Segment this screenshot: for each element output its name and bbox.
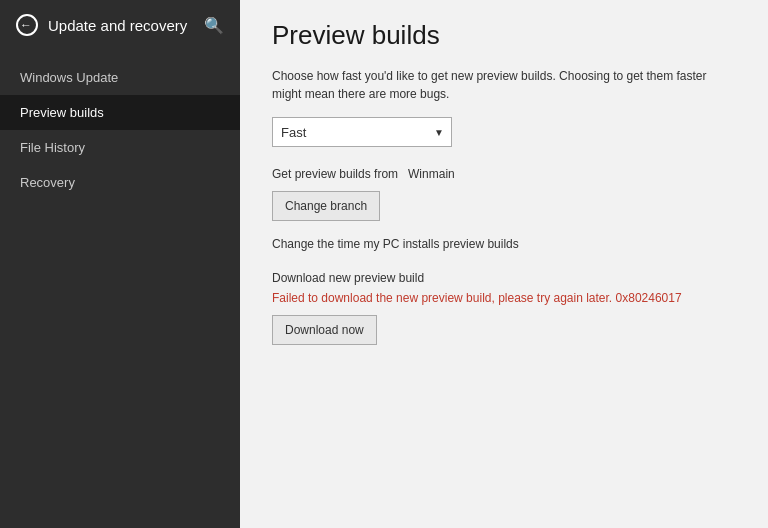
sidebar: ← Update and recovery 🔍 Windows Update P… bbox=[0, 0, 240, 528]
download-label: Download new preview build bbox=[272, 271, 736, 285]
branch-row: Get preview builds from Winmain bbox=[272, 167, 736, 181]
description-text: Choose how fast you'd like to get new pr… bbox=[272, 67, 732, 103]
sidebar-title: Update and recovery bbox=[48, 17, 187, 34]
main-content: Preview builds Choose how fast you'd lik… bbox=[240, 0, 768, 528]
branch-value: Winmain bbox=[408, 167, 455, 181]
sidebar-item-preview-builds[interactable]: Preview builds bbox=[0, 95, 240, 130]
download-section: Download new preview build Failed to dow… bbox=[272, 271, 736, 345]
sidebar-item-recovery[interactable]: Recovery bbox=[0, 165, 240, 200]
branch-label: Get preview builds from bbox=[272, 167, 398, 181]
search-icon[interactable]: 🔍 bbox=[204, 16, 224, 35]
sidebar-nav: Windows Update Preview builds File Histo… bbox=[0, 60, 240, 200]
page-title: Preview builds bbox=[272, 20, 736, 51]
branch-section: Get preview builds from Winmain Change b… bbox=[272, 167, 736, 221]
speed-dropdown-container: Fast Slow Release Preview ▼ bbox=[272, 117, 736, 147]
back-button[interactable]: ← bbox=[16, 14, 38, 36]
error-message: Failed to download the new preview build… bbox=[272, 291, 736, 305]
change-branch-button[interactable]: Change branch bbox=[272, 191, 380, 221]
speed-dropdown[interactable]: Fast Slow Release Preview bbox=[272, 117, 452, 147]
sidebar-item-windows-update[interactable]: Windows Update bbox=[0, 60, 240, 95]
sidebar-header[interactable]: ← Update and recovery 🔍 bbox=[0, 0, 240, 50]
sidebar-item-file-history[interactable]: File History bbox=[0, 130, 240, 165]
back-icon: ← bbox=[20, 18, 32, 32]
download-now-button[interactable]: Download now bbox=[272, 315, 377, 345]
change-time-label: Change the time my PC installs preview b… bbox=[272, 237, 736, 251]
change-time-section: Change the time my PC installs preview b… bbox=[272, 237, 736, 251]
speed-dropdown-wrapper[interactable]: Fast Slow Release Preview ▼ bbox=[272, 117, 452, 147]
